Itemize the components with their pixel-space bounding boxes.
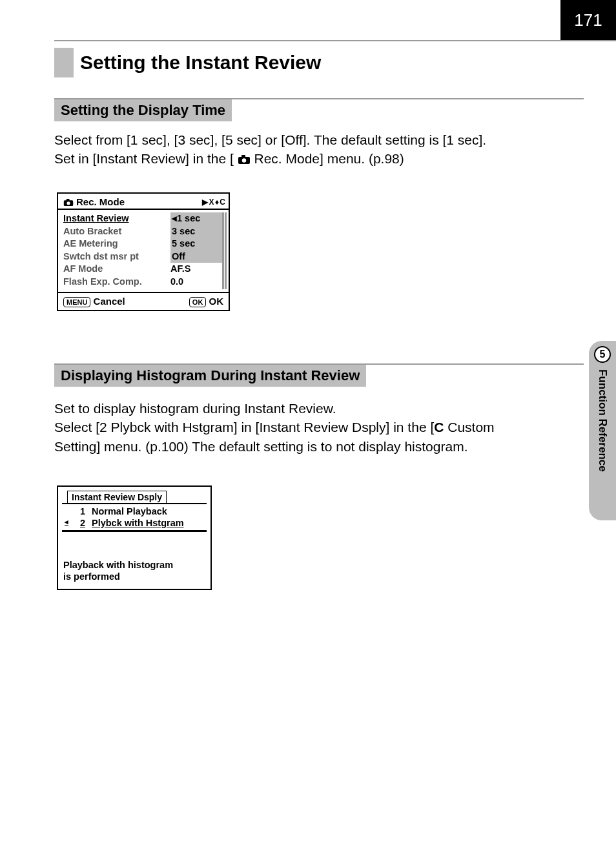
page-title: Setting the Instant Review: [80, 52, 321, 74]
option-normal-playback[interactable]: 1 Normal Playback: [62, 506, 207, 517]
display-time-paragraph: Select from [1 sec], [3 sec], [5 sec] or…: [54, 130, 570, 169]
title-accent-bar: [54, 48, 74, 77]
menu-row-ae-metering[interactable]: AE Metering 5 sec: [63, 238, 222, 250]
custom-glyph: C: [434, 420, 444, 434]
menu-label: AF Mode: [63, 263, 161, 276]
svg-rect-4: [67, 199, 70, 201]
menu-value: ◂1 sec: [170, 212, 222, 225]
svg-rect-1: [241, 155, 245, 158]
lcd-footer: MENU Cancel OK OK: [58, 292, 229, 310]
menu-row-auto-bracket[interactable]: Auto Bracket 3 sec: [63, 225, 222, 238]
section-histogram: Displaying Histogram During Instant Revi…: [54, 363, 584, 387]
histogram-paragraph: Set to display histogram during Instant …: [54, 399, 570, 456]
option-number: 1: [76, 506, 85, 516]
para-line: Rec. Mode] menu. (p.98): [254, 151, 404, 166]
option-list: 1 Normal Playback ◂ 2 Plybck with Hstgra…: [62, 503, 207, 531]
menu-row-af-mode[interactable]: AF Mode AF.S: [63, 263, 222, 276]
chapter-number-badge: 5: [594, 346, 611, 363]
ok-pill-icon: OK: [189, 297, 207, 307]
top-divider: [54, 40, 616, 41]
menu-row-swtch-dst[interactable]: Swtch dst msr pt Off: [63, 250, 222, 263]
blank-caret: [65, 506, 70, 516]
option-label: Plybck with Hstgram: [92, 518, 184, 528]
lcd-header: Rec. Mode ▶ X ♦ C: [58, 194, 229, 210]
lcd-body: Instant Review ◂1 sec Auto Bracket 3 sec…: [58, 210, 229, 292]
menu-pill-icon: MENU: [63, 297, 90, 307]
menu-value: 3 sec: [170, 225, 222, 238]
para-line: Setting] menu. (p.100) The default setti…: [54, 439, 467, 454]
option-number: 2: [76, 518, 85, 528]
menu-label: Auto Bracket: [63, 225, 161, 238]
svg-point-5: [67, 201, 70, 205]
section-heading: Displaying Histogram During Instant Revi…: [54, 365, 366, 387]
camera-icon: [238, 149, 251, 168]
para-line: Set to display histogram during Instant …: [54, 401, 336, 416]
menu-value: 0.0: [170, 276, 222, 289]
caret-left-icon: ◂: [65, 518, 70, 528]
camera-icon: [63, 196, 74, 207]
help-line: Playback with histogram: [63, 560, 173, 570]
ok-label: OK: [209, 296, 224, 307]
option-plybck-with-hstgram[interactable]: ◂ 2 Plybck with Hstgram: [62, 517, 207, 529]
para-line: Set in [Instant Review] in the [: [54, 151, 234, 166]
menu-label: Instant Review: [63, 212, 161, 225]
menu-row-flash-exp[interactable]: Flash Exp. Comp. 0.0: [63, 276, 222, 289]
chapter-number: 5: [600, 349, 606, 360]
para-line: Select [2 Plybck with Hstgram] in [Insta…: [54, 420, 434, 434]
scroll-indicator: [222, 212, 227, 289]
menu-value: 5 sec: [170, 238, 222, 250]
lcd-title: Rec. Mode: [76, 196, 125, 207]
section-heading: Setting the Display Time: [54, 99, 232, 121]
menu-value: Off: [170, 250, 222, 263]
lcd-tab-title: Instant Review Dsply: [67, 491, 167, 503]
option-label: Normal Playback: [92, 506, 167, 516]
menu-label: Flash Exp. Comp.: [63, 276, 161, 289]
page-number-text: 171: [574, 10, 602, 30]
chapter-tab: 5 Function Reference: [589, 341, 616, 520]
menu-row-instant-review[interactable]: Instant Review ◂1 sec: [63, 212, 222, 225]
lcd-rec-mode-menu: Rec. Mode ▶ X ♦ C Instant Review ◂1 sec …: [57, 192, 230, 311]
para-line: Select from [1 sec], [3 sec], [5 sec] or…: [54, 132, 486, 147]
page-number: 171: [560, 0, 616, 40]
cancel-button[interactable]: MENU Cancel: [63, 296, 125, 307]
ok-button[interactable]: OK OK: [189, 296, 223, 307]
section-display-time: Setting the Display Time: [54, 98, 584, 121]
menu-value: AF.S: [170, 263, 222, 276]
main-title-row: Setting the Instant Review: [54, 48, 584, 77]
option-help-text: Playback with histogram is performed: [62, 531, 207, 582]
help-line: is performed: [63, 571, 120, 582]
menu-label: AE Metering: [63, 238, 161, 250]
chapter-label: Function Reference: [596, 369, 609, 472]
cancel-label: Cancel: [94, 296, 125, 307]
svg-point-2: [241, 159, 245, 163]
menu-tab-icons: ▶ X ♦ C: [202, 198, 225, 207]
para-line: Custom: [444, 420, 494, 434]
lcd-instant-review-dsply: Instant Review Dsply 1 Normal Playback ◂…: [57, 485, 212, 590]
menu-label: Swtch dst msr pt: [63, 250, 161, 263]
